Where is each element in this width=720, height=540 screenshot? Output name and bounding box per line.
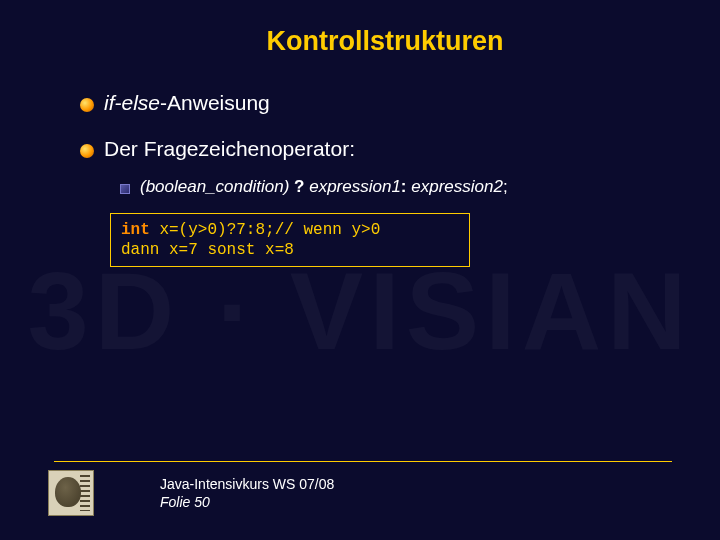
code-keyword: int xyxy=(121,221,150,239)
bullet-ternary: Der Fragezeichenoperator: xyxy=(80,137,680,161)
syntax-semicolon: ; xyxy=(503,177,508,196)
footer: Java-Intensivkurs WS 07/08 Folie 50 xyxy=(48,461,672,516)
bullet-text: if-else-Anweisung xyxy=(104,91,270,115)
footer-text: Java-Intensivkurs WS 07/08 Folie 50 xyxy=(160,475,334,511)
slide-number: Folie 50 xyxy=(160,493,334,511)
bullet-if-else: if-else-Anweisung xyxy=(80,91,680,115)
slide: Kontrollstrukturen if-else-Anweisung Der… xyxy=(0,0,720,540)
syntax-colon: : xyxy=(401,177,411,196)
if-else-rest: -Anweisung xyxy=(160,91,270,114)
slide-title: Kontrollstrukturen xyxy=(90,26,680,57)
syntax-qmark: ? xyxy=(289,177,309,196)
course-name: Java-Intensivkurs WS 07/08 xyxy=(160,475,334,493)
sub-bullet-syntax: (boolean_condition) ? expression1: expre… xyxy=(120,177,680,197)
footer-divider xyxy=(54,461,672,462)
bullet-text: Der Fragezeichenoperator: xyxy=(104,137,355,161)
sub-bullet-text: (boolean_condition) ? expression1: expre… xyxy=(140,177,508,197)
if-else-italic: if-else xyxy=(104,91,160,114)
code-line-2: dann x=7 sonst x=8 xyxy=(121,240,459,260)
bullet-icon xyxy=(80,98,94,112)
syntax-condition: (boolean_condition) xyxy=(140,177,289,196)
code-line-1: int x=(y>0)?7:8;// wenn y>0 xyxy=(121,220,459,240)
syntax-expr2: expression2 xyxy=(411,177,503,196)
bullet-icon xyxy=(80,144,94,158)
code-line-1-rest: x=(y>0)?7:8;// wenn y>0 xyxy=(150,221,380,239)
sub-bullet-icon xyxy=(120,184,130,194)
syntax-expr1: expression1 xyxy=(309,177,401,196)
footer-row: Java-Intensivkurs WS 07/08 Folie 50 xyxy=(48,470,672,516)
code-box: int x=(y>0)?7:8;// wenn y>0 dann x=7 son… xyxy=(110,213,470,267)
university-logo xyxy=(48,470,94,516)
